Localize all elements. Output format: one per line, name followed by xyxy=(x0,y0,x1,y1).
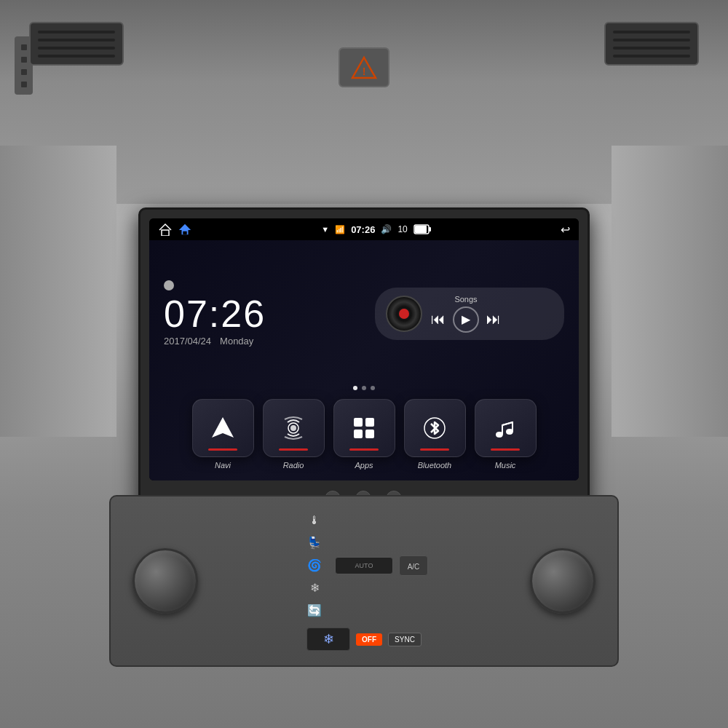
status-bar: ▼ 📶 07:26 🔊 10 ↩ xyxy=(149,218,579,240)
prev-icon: ⏮ xyxy=(431,311,446,328)
bluetooth-red-bar xyxy=(420,448,449,451)
clock-display: 07:26 xyxy=(351,224,375,235)
apps-label: Apps xyxy=(355,461,373,470)
bluetooth-icon xyxy=(422,415,448,441)
navi-red-bar xyxy=(208,448,237,451)
radio-label: Radio xyxy=(283,461,304,470)
top-section: 07:26 2017/04/24 Monday Songs xyxy=(149,240,579,383)
svg-line-18 xyxy=(502,422,513,425)
bluetooth-icon-box xyxy=(404,399,466,457)
climate-row: 🌡 💺 🌀 ❄ 🔄 xyxy=(132,511,596,651)
snowflake-icon: ❄ xyxy=(323,631,334,647)
next-button[interactable]: ⏭ xyxy=(486,311,501,328)
seat-icon[interactable]: 💺 xyxy=(307,536,322,550)
back-icon[interactable]: ↩ xyxy=(561,223,570,237)
prev-button[interactable]: ⏮ xyxy=(431,311,446,328)
music-app-icon[interactable]: Music xyxy=(475,399,537,470)
svg-rect-11 xyxy=(354,418,363,427)
status-left xyxy=(158,223,191,236)
play-icon: ▶ xyxy=(462,312,470,326)
snowflake-display: ❄ xyxy=(306,628,350,651)
svg-rect-6 xyxy=(429,227,431,232)
play-button[interactable]: ▶ xyxy=(453,306,479,333)
radio-red-bar xyxy=(279,448,308,451)
control-buttons: ⏮ ▶ ⏭ xyxy=(431,306,501,333)
indicators-row xyxy=(149,383,579,393)
svg-marker-8 xyxy=(212,417,234,438)
screen[interactable]: ▼ 📶 07:26 🔊 10 ↩ xyxy=(149,218,579,480)
sync-button[interactable]: SYNC xyxy=(388,633,422,646)
date-value: 2017/04/24 xyxy=(164,336,211,347)
svg-point-9 xyxy=(290,425,296,431)
hazard-button[interactable]: ! xyxy=(339,47,389,87)
music-red-bar xyxy=(491,448,520,451)
vent-line xyxy=(38,47,115,50)
climate-controls: 🌡 💺 🌀 ❄ 🔄 xyxy=(109,495,619,667)
svg-rect-7 xyxy=(415,226,427,233)
climate-icons-group: 🌡 💺 🌀 ❄ 🔄 xyxy=(300,511,329,620)
vent-line xyxy=(38,31,115,33)
day-value: Monday xyxy=(220,336,253,347)
top-vents: ! xyxy=(0,22,728,66)
ac-label: A/C xyxy=(408,563,420,571)
clock-time: 07:26 xyxy=(164,295,360,333)
app-icons-row: Navi xyxy=(149,393,579,480)
screen-content: 07:26 2017/04/24 Monday Songs xyxy=(149,240,579,480)
home-filled-icon[interactable] xyxy=(178,223,191,236)
vent-line xyxy=(613,55,690,58)
next-icon: ⏭ xyxy=(486,311,501,328)
vent-line xyxy=(38,55,115,58)
signal-icon: 📶 xyxy=(335,225,345,234)
climate-top-row: 🌡 💺 🌀 ❄ 🔄 xyxy=(209,511,519,620)
home-outline-icon[interactable] xyxy=(158,223,173,236)
navi-app-icon[interactable]: Navi xyxy=(192,399,254,470)
apps-grid-icon xyxy=(351,415,377,441)
music-note-icon xyxy=(492,415,518,441)
right-climate-knob[interactable] xyxy=(530,548,596,614)
radio-icon xyxy=(280,415,306,441)
climate-bottom-row: ❄ OFF SYNC xyxy=(209,628,519,651)
vent-symbol: 🌡 xyxy=(309,514,320,527)
svg-rect-13 xyxy=(354,430,363,438)
bluetooth-app-icon[interactable]: Bluetooth xyxy=(404,399,466,470)
left-climate-knob[interactable] xyxy=(132,548,198,614)
recirc-icon[interactable]: 🔄 xyxy=(307,604,322,617)
battery-icon xyxy=(414,224,431,234)
seat-symbol: 💺 xyxy=(307,536,322,550)
defrost-symbol: 🌀 xyxy=(307,558,322,572)
rear-defrost-icon[interactable]: ❄ xyxy=(310,581,320,595)
vent-line xyxy=(613,47,690,50)
recirc-symbol: 🔄 xyxy=(307,604,322,617)
svg-text:!: ! xyxy=(363,66,366,77)
auto-display: AUTO xyxy=(335,557,393,574)
left-vent xyxy=(29,22,124,66)
defrost-icon[interactable]: 🌀 xyxy=(307,558,322,572)
indicator-dot-2 xyxy=(362,386,366,390)
vent-line xyxy=(38,39,115,41)
apps-app-icon[interactable]: Apps xyxy=(333,399,395,470)
music-icon-box xyxy=(475,399,537,457)
music-label: Music xyxy=(495,461,516,470)
climate-middle: 🌡 💺 🌀 ❄ 🔄 xyxy=(209,511,519,651)
sidebar-right xyxy=(612,146,728,437)
navigation-icon xyxy=(209,414,237,442)
svg-rect-14 xyxy=(365,430,374,438)
clock-indicator xyxy=(164,280,174,290)
status-right: ↩ xyxy=(561,223,570,237)
songs-label: Songs xyxy=(431,295,501,304)
head-unit: ▼ 📶 07:26 🔊 10 ↩ xyxy=(138,207,590,523)
auto-label: AUTO xyxy=(344,562,384,569)
vinyl-center xyxy=(399,309,409,319)
off-button[interactable]: OFF xyxy=(356,633,382,646)
clock-date: 2017/04/24 Monday xyxy=(164,336,360,347)
indicator-dot-1 xyxy=(353,386,357,390)
ac-display: A/C xyxy=(399,555,428,576)
rear-defrost-symbol: ❄ xyxy=(310,581,320,595)
music-player[interactable]: Songs ⏮ ▶ ⏭ xyxy=(375,288,564,340)
vent-dot xyxy=(21,69,27,75)
vent-dot xyxy=(21,82,27,87)
radio-app-icon[interactable]: Radio xyxy=(263,399,325,470)
svg-point-17 xyxy=(507,430,513,434)
svg-rect-4 xyxy=(183,232,186,235)
car-interior: ! xyxy=(0,0,728,728)
